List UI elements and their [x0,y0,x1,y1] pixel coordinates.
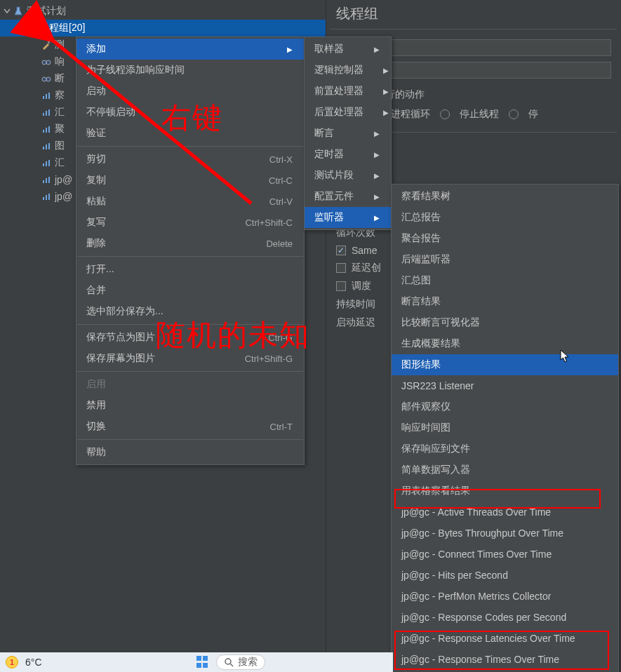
listener-item[interactable]: jp@gc - PerfMon Metrics Collector [392,586,618,607]
svg-point-35 [225,659,231,664]
tree-root[interactable]: 测试计划 [0,3,326,20]
listener-item[interactable]: jp@gc - Hits per Second [392,565,618,586]
listener-item[interactable]: 汇总报告 [392,207,618,228]
menu-help[interactable]: 帮助 [76,442,304,463]
menu-cut[interactable]: 剪切Ctrl-X [76,149,304,170]
menu-add[interactable]: 添加▶ [76,39,304,60]
context-menu[interactable]: 添加▶ 为子线程添加响应时间 启动 不停顿启动 验证 剪切Ctrl-X 复制Ct… [76,36,305,465]
listener-item-label: 生成概要结果 [401,337,460,350]
radio-stop-thread[interactable] [440,109,450,119]
menu-start[interactable]: 启动 [76,81,304,102]
svg-rect-20 [43,130,44,133]
divider [330,29,617,29]
submenu-arrow-icon: ▶ [374,193,380,201]
svg-rect-9 [48,41,50,43]
svg-line-5 [27,25,29,26]
menu-enable[interactable]: 启用 [76,374,304,395]
menu-validate[interactable]: 验证 [76,123,304,144]
weather-icon[interactable]: 1 [6,656,18,668]
menu-add-think[interactable]: 为子线程添加响应时间 [76,60,304,81]
listener-item[interactable]: JSR223 Listener [392,375,618,396]
listener-item[interactable]: 察看结果树 [392,186,618,207]
listener-item[interactable]: 简单数据写入器 [392,459,618,481]
listener-item[interactable]: 汇总图 [392,270,618,291]
svg-line-36 [230,664,233,666]
listener-item[interactable]: 后端监听器 [392,249,618,270]
listener-item[interactable]: jp@gc - Response Latencies Over Time [392,628,618,649]
listener-item[interactable]: 图形结果 [392,354,618,375]
menu-duplicate[interactable]: 复写Ctrl+Shift-C [76,212,304,233]
menu-copy[interactable]: 复制Ctrl-C [76,170,304,191]
listener-item-label: jp@gc - Response Latencies Over Time [401,633,575,644]
svg-point-11 [46,60,51,65]
expand-icon[interactable] [3,7,11,15]
scheduler-checkbox[interactable] [336,281,346,291]
svg-rect-16 [48,93,50,99]
listener-item[interactable]: jp@gc - Response Codes per Second [392,607,618,628]
svg-point-12 [42,77,46,81]
submenu-listener[interactable]: 监听器▶ [305,207,391,228]
svg-rect-26 [43,163,44,166]
listener-item-label: 比较断言可视化器 [401,316,480,329]
submenu-config[interactable]: 配置元件▶ [305,186,391,207]
same-each-checkbox[interactable] [336,246,346,255]
menu-disable[interactable]: 禁用 [76,395,304,416]
start-icon[interactable] [196,656,209,668]
menu-toggle[interactable]: 切换Ctrl-T [76,416,304,437]
listener-submenu[interactable]: 察看结果树汇总报告聚合报告后端监听器汇总图断言结果比较断言可视化器生成概要结果图… [391,184,619,672]
listener-item[interactable]: jp@gc - Active Threads Over Time [392,502,618,523]
taskbar[interactable]: 1 6°C 搜索 [0,652,393,672]
search-icon [224,657,234,667]
menu-open[interactable]: 打开... [76,259,304,280]
listener-item-label: 保存响应到文件 [401,443,470,455]
listener-item[interactable]: 断言结果 [392,291,618,312]
menu-delete[interactable]: 删除Delete [76,233,304,254]
submenu-logic[interactable]: 逻辑控制器▶ [305,60,391,81]
listener-item[interactable]: 比较断言可视化器 [392,312,618,333]
svg-rect-30 [46,178,47,183]
listener-item[interactable]: jp@gc - Connect Times Over Time [392,544,618,565]
menu-save-sel[interactable]: 选中部分保存为... [76,301,304,322]
menu-paste[interactable]: 粘贴Ctrl-V [76,191,304,212]
chart-icon [41,191,52,202]
menu-save-node-img[interactable]: 保存节点为图片Ctrl-G [76,327,304,348]
listener-item-label: jp@gc - Active Threads Over Time [401,506,551,518]
listener-item[interactable]: 聚合报告 [392,228,618,249]
menu-merge[interactable]: 合并 [76,280,304,301]
listener-item[interactable]: 邮件观察仪 [392,396,618,417]
delay-create-label: 延迟创 [352,262,381,274]
submenu-frag[interactable]: 测试片段▶ [305,165,391,186]
submenu-pre[interactable]: 前置处理器▶ [305,81,391,102]
listener-item[interactable]: 响应时间图 [392,417,618,438]
expand-icon[interactable] [15,24,24,32]
submenu-sampler[interactable]: 取样器▶ [305,39,391,60]
submenu-arrow-icon: ▶ [374,172,380,180]
listener-item[interactable]: 用表格察看结果 [392,481,618,502]
listener-item[interactable]: jp@gc - Bytes Throughput Over Time [392,523,618,544]
svg-rect-14 [43,96,44,99]
svg-rect-18 [46,111,47,116]
radio-stop[interactable] [509,109,519,119]
submenu-assert[interactable]: 断言▶ [305,123,391,144]
listener-item-label: jp@gc - Bytes Throughput Over Time [401,527,563,539]
chart-icon [41,140,52,152]
listener-item[interactable]: jp@gc - Response Times Over Time [392,649,618,670]
submenu-post[interactable]: 后置处理器▶ [305,102,391,123]
menu-separator [77,324,303,325]
menu-separator [77,371,303,372]
radio-stop-thread-label: 停止线程 [460,108,499,121]
svg-rect-21 [46,128,47,133]
taskbar-search[interactable]: 搜索 [216,654,265,670]
chart-icon [41,157,52,168]
listener-item[interactable]: 生成概要结果 [392,333,618,354]
add-submenu[interactable]: 取样器▶ 逻辑控制器▶ 前置处理器▶ 后置处理器▶ 断言▶ 定时器▶ 测试片段▶… [304,36,392,230]
menu-start-nopause[interactable]: 不停顿启动 [76,102,304,123]
submenu-arrow-icon: ▶ [383,109,389,116]
tree-thread-group[interactable]: 线程组[20] [0,20,326,36]
listener-item[interactable]: 保存响应到文件 [392,438,618,459]
settings-title: 线程组 [326,4,621,29]
menu-save-screen-img[interactable]: 保存屏幕为图片Ctrl+Shift-G [76,348,304,369]
listener-item-label: 邮件观察仪 [401,401,450,413]
submenu-timer[interactable]: 定时器▶ [305,144,391,165]
delay-create-checkbox[interactable] [336,263,346,273]
